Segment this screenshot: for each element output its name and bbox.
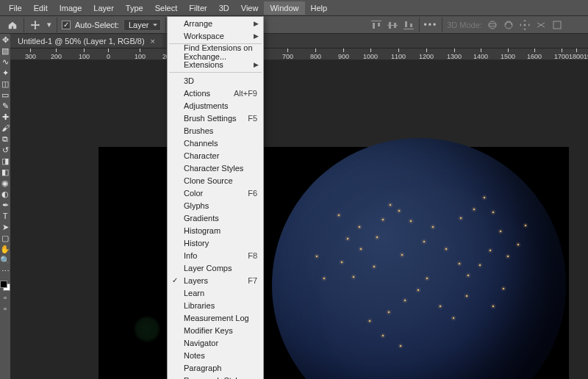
menu-item-learn[interactable]: Learn [168, 286, 263, 299]
city-light [401, 254, 403, 256]
menu-item-measurement-log[interactable]: Measurement Log [168, 311, 263, 324]
menu-item-channels[interactable]: Channels [168, 137, 263, 149]
eyedropper-tool[interactable]: ✎ [1, 101, 10, 110]
menu-item-history[interactable]: History [168, 237, 263, 249]
pan-3d-icon[interactable] [519, 19, 531, 31]
menu-item-notes[interactable]: Notes [168, 349, 263, 361]
city-light [525, 225, 526, 226]
menu-item-label: Learn [184, 289, 204, 297]
marquee-tool[interactable]: ▧ [1, 46, 10, 55]
menu-item-layer-comps[interactable]: Layer Comps [168, 261, 263, 274]
menu-item-arrange[interactable]: Arrange▶ [168, 17, 263, 29]
history-brush-tool[interactable]: ↺ [1, 145, 10, 154]
eraser-tool[interactable]: ◨ [1, 156, 10, 165]
canvas-area [10, 60, 588, 379]
city-light [404, 300, 406, 301]
align-top-icon[interactable] [370, 19, 382, 31]
menu-item-extensions[interactable]: Extensions▶ [168, 58, 263, 71]
menu-type[interactable]: Type [120, 1, 149, 15]
auto-select-checkbox[interactable] [62, 21, 71, 29]
menu-item-find-extensions-on-exchange-[interactable]: Find Extensions on Exchange... [168, 46, 263, 58]
menu-item-workspace[interactable]: Workspace▶ [168, 29, 263, 42]
document-tab[interactable]: Untitled-1 @ 50% (Layer 1, RGB/8) × [10, 35, 162, 48]
menu-item-gradients[interactable]: Gradients [168, 212, 263, 224]
menu-item-paragraph-styles[interactable]: Paragraph Styles [168, 374, 263, 379]
blur-tool[interactable]: ◉ [1, 178, 10, 187]
city-light [338, 214, 340, 216]
menu-item-clone-source[interactable]: Clone Source [168, 174, 263, 187]
screenmode-button[interactable]: ▫ [1, 304, 10, 313]
ruler-tick: 1100 [391, 48, 406, 60]
auto-select-label: Auto-Select: [75, 21, 119, 29]
close-icon[interactable]: × [151, 37, 155, 46]
heal-tool[interactable]: ✚ [1, 112, 10, 121]
crop-tool[interactable]: ◫ [1, 79, 10, 88]
menu-item-color[interactable]: ColorF6 [168, 187, 263, 199]
menu-item-label: Info [184, 251, 197, 260]
menu-item-actions[interactable]: ActionsAlt+F9 [168, 87, 263, 99]
frame-tool[interactable]: ▭ [1, 90, 10, 99]
lasso-tool[interactable]: ∿ [1, 57, 10, 66]
stamp-tool[interactable]: ⧉ [1, 134, 10, 143]
shortcut-label: F8 [248, 251, 257, 260]
menu-item-brush-settings[interactable]: Brush SettingsF5 [168, 112, 263, 124]
menu-3d[interactable]: 3D [213, 1, 235, 15]
ruler-tick: 0 [107, 48, 110, 60]
menu-filter[interactable]: Filter [183, 1, 212, 15]
zoom-tool[interactable]: 🔍 [1, 256, 10, 264]
menu-item-3d[interactable]: 3D [168, 74, 263, 87]
menu-item-adjustments[interactable]: Adjustments [168, 99, 263, 112]
menu-view[interactable]: View [235, 1, 265, 15]
roll-3d-icon[interactable] [503, 19, 514, 31]
move-tool-icon[interactable] [29, 18, 42, 32]
menu-item-layers[interactable]: ✓LayersF7 [168, 274, 263, 286]
menu-item-character-styles[interactable]: Character Styles [168, 162, 263, 174]
city-light [460, 217, 462, 219]
menu-item-modifier-keys[interactable]: Modifier Keys [168, 324, 263, 336]
menu-item-character[interactable]: Character [168, 149, 263, 162]
menu-item-label: Character [184, 151, 219, 160]
menu-select[interactable]: Select [149, 1, 184, 15]
hand-tool[interactable]: ✋ [1, 245, 10, 253]
type-tool[interactable]: T [1, 212, 10, 220]
city-light [432, 226, 434, 228]
align-vcenter-icon[interactable] [387, 19, 398, 31]
menu-window[interactable]: Window [264, 1, 304, 15]
dodge-tool[interactable]: ◐ [1, 190, 10, 198]
foreground-background-swatch[interactable] [0, 281, 10, 291]
menu-file[interactable]: File [3, 1, 28, 15]
menu-item-libraries[interactable]: Libraries [168, 299, 263, 311]
menu-item-histogram[interactable]: Histogram [168, 224, 263, 237]
menu-item-label: Adjustments [184, 101, 229, 110]
path-select-tool[interactable]: ➤ [1, 223, 10, 231]
edit-toolbar-tool[interactable]: ⋯ [1, 267, 10, 275]
align-more-icon[interactable]: ••• [424, 20, 438, 30]
chevron-down-icon[interactable]: ▾ [46, 18, 52, 32]
menu-help[interactable]: Help [305, 1, 334, 15]
zoom-3d-icon[interactable] [551, 19, 563, 31]
menu-image[interactable]: Image [54, 1, 88, 15]
auto-select-dropdown[interactable]: Layer [123, 19, 162, 31]
ruler-tick: 1600 [527, 48, 542, 60]
gradient-tool[interactable]: ◧ [1, 167, 10, 176]
menu-item-label: 3D [184, 76, 194, 85]
menu-edit[interactable]: Edit [28, 1, 54, 15]
home-icon[interactable] [6, 18, 19, 32]
quickmask-button[interactable]: ▫ [1, 293, 10, 302]
orbit-3d-icon[interactable] [487, 19, 498, 31]
slide-3d-icon[interactable] [535, 19, 547, 31]
menu-item-info[interactable]: InfoF8 [168, 249, 263, 261]
ruler-tick: 900 [338, 48, 349, 60]
align-bottom-icon[interactable] [403, 19, 415, 31]
pen-tool[interactable]: ✒ [1, 201, 10, 209]
menu-item-glyphs[interactable]: Glyphs [168, 199, 263, 212]
menu-layer[interactable]: Layer [87, 1, 120, 15]
wand-tool[interactable]: ✦ [1, 68, 10, 77]
menu-item-paragraph[interactable]: Paragraph [168, 361, 263, 374]
menu-item-brushes[interactable]: Brushes [168, 124, 263, 137]
menu-item-label: Color [184, 189, 203, 198]
brush-tool[interactable]: 🖌 [1, 123, 10, 132]
rectangle-tool[interactable]: ▢ [1, 234, 10, 242]
menu-item-navigator[interactable]: Navigator [168, 336, 263, 349]
move-tool[interactable]: ✥ [1, 35, 10, 44]
